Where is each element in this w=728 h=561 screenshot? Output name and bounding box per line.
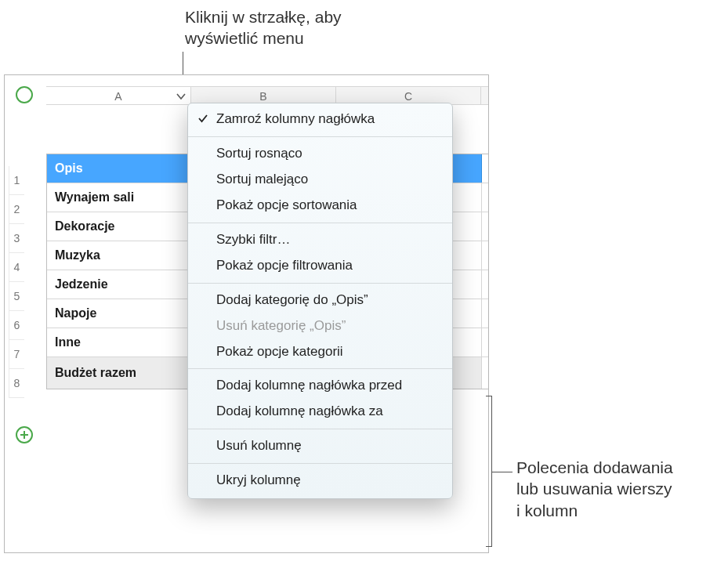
checkmark-icon	[197, 111, 208, 129]
menu-item-sort-asc[interactable]: Sortuj rosnąco	[188, 141, 452, 167]
callout-right-line3: i kolumn	[516, 500, 716, 521]
column-header-c-label: C	[404, 90, 412, 103]
menu-item-label: Usuń kolumnę	[216, 438, 302, 453]
menu-item-add-category[interactable]: Dodaj kategorię do „Opis”	[188, 288, 452, 313]
menu-item-delete-column[interactable]: Usuń kolumnę	[188, 433, 452, 459]
menu-item-label: Pokaż opcje filtrowania	[216, 258, 353, 273]
menu-item-label: Sortuj rosnąco	[216, 146, 302, 161]
row-number-gutter: 1 2 3 4 5 6 7 8	[9, 166, 24, 398]
row-number[interactable]: 3	[9, 224, 24, 253]
menu-item-label: Dodaj kolumnę nagłówka przed	[216, 378, 402, 393]
row-number[interactable]: 8	[9, 369, 24, 398]
menu-separator	[188, 463, 452, 464]
table-cell[interactable]: Inne	[47, 328, 192, 357]
callout-top: Kliknij w strzałkę, aby wyświetlić menu	[185, 6, 342, 49]
menu-separator	[188, 429, 452, 429]
row-number[interactable]: 4	[9, 253, 24, 282]
menu-separator	[188, 368, 452, 369]
table-cell[interactable]: Dekoracje	[47, 212, 192, 241]
menu-item-label: Pokaż opcje kategorii	[216, 344, 343, 359]
row-number[interactable]: 6	[9, 311, 24, 340]
column-header-a-label: A	[114, 90, 121, 103]
menu-item-sort-desc[interactable]: Sortuj malejąco	[188, 167, 452, 193]
table-cell[interactable]: Napoje	[47, 299, 192, 328]
menu-item-freeze-header-columns[interactable]: Zamroź kolumny nagłówka	[188, 107, 452, 132]
callout-right-line1: Polecenia dodawania	[516, 457, 716, 478]
add-row-button[interactable]	[16, 426, 33, 443]
callout-top-line1: Kliknij w strzałkę, aby	[185, 6, 342, 27]
callout-right-line2: lub usuwania wierszy	[516, 478, 716, 499]
table-footer-cell[interactable]: Budżet razem	[47, 357, 192, 389]
row-number[interactable]: 1	[9, 166, 24, 195]
menu-item-category-options[interactable]: Pokaż opcje kategorii	[188, 339, 452, 365]
callout-right: Polecenia dodawania lub usuwania wierszy…	[516, 457, 716, 521]
column-header-c[interactable]: C	[336, 87, 481, 104]
table-cell[interactable]: Jedzenie	[47, 270, 192, 299]
menu-item-label: Dodaj kolumnę nagłówka za	[216, 404, 383, 418]
menu-separator	[188, 136, 452, 137]
column-header-a[interactable]: A	[46, 87, 191, 104]
callout-bracket	[491, 396, 509, 547]
menu-item-sort-options[interactable]: Pokaż opcje sortowania	[188, 193, 452, 219]
table-cell[interactable]: Wynajem sali	[47, 183, 192, 212]
column-header-b-label: B	[259, 90, 266, 103]
menu-item-hide-column[interactable]: Ukryj kolumnę	[188, 468, 452, 494]
row-number[interactable]: 5	[9, 282, 24, 311]
menu-separator	[188, 223, 452, 223]
menu-item-label: Pokaż opcje sortowania	[216, 197, 357, 212]
table-handle-icon[interactable]	[16, 86, 33, 103]
menu-item-quick-filter[interactable]: Szybki filtr…	[188, 227, 452, 253]
menu-item-label: Usuń kategorię „Opis”	[216, 318, 346, 333]
menu-item-label: Zamroź kolumny nagłówka	[216, 111, 375, 126]
menu-item-remove-category: Usuń kategorię „Opis”	[188, 313, 452, 339]
table-cell[interactable]: Muzyka	[47, 241, 192, 270]
column-context-menu: Zamroź kolumny nagłówka Sortuj rosnąco S…	[187, 103, 453, 499]
menu-item-add-column-after[interactable]: Dodaj kolumnę nagłówka za	[188, 399, 452, 425]
row-number[interactable]: 2	[9, 195, 24, 224]
menu-item-label: Szybki filtr…	[216, 232, 290, 247]
row-number[interactable]: 7	[9, 340, 24, 369]
column-header-b[interactable]: B	[191, 87, 336, 104]
menu-item-label: Dodaj kategorię do „Opis”	[216, 292, 368, 307]
menu-item-label: Sortuj malejąco	[216, 172, 308, 186]
chevron-down-icon[interactable]	[176, 92, 186, 100]
menu-item-filter-options[interactable]: Pokaż opcje filtrowania	[188, 253, 452, 279]
menu-separator	[188, 283, 452, 284]
callout-top-line2: wyświetlić menu	[185, 27, 342, 49]
menu-item-label: Ukryj kolumnę	[216, 472, 301, 487]
table-header-cell[interactable]: Opis	[47, 154, 192, 183]
menu-item-add-column-before[interactable]: Dodaj kolumnę nagłówka przed	[188, 373, 452, 399]
